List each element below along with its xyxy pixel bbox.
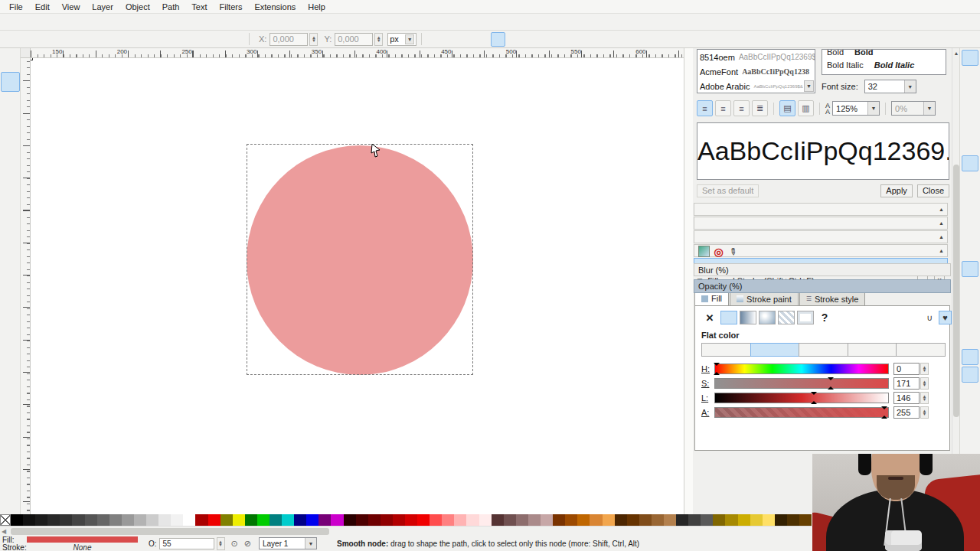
color-swatch[interactable] (516, 514, 528, 526)
hue-value-input[interactable]: 0 (893, 363, 920, 375)
menu-item[interactable]: Help (302, 1, 332, 13)
color-swatch[interactable] (97, 514, 109, 526)
menu-item[interactable]: Text (185, 1, 213, 13)
menu-item[interactable]: File (3, 1, 29, 13)
unknown-paint-button[interactable]: ? (816, 311, 833, 324)
y-coordinate-input[interactable]: 0,000 (335, 33, 373, 46)
close-button[interactable]: Close (917, 184, 949, 197)
color-mode-tab[interactable] (896, 343, 946, 357)
eyedropper-icon[interactable]: ✐ (725, 243, 741, 259)
color-swatch[interactable] (541, 514, 553, 526)
radial-center-icon[interactable]: ◎ (713, 246, 724, 257)
color-swatch[interactable] (35, 514, 47, 526)
color-mode-tab[interactable] (750, 343, 800, 357)
color-swatch[interactable] (134, 514, 146, 526)
color-swatch[interactable] (763, 514, 775, 526)
menu-item[interactable]: Extensions (248, 1, 302, 13)
hue-spinner[interactable]: ▲▼ (920, 363, 929, 375)
lightness-slider[interactable] (714, 393, 889, 403)
color-swatch[interactable] (85, 514, 97, 526)
color-swatch[interactable] (701, 514, 713, 526)
fill-color-swatch[interactable] (27, 536, 138, 543)
panel-header[interactable]: ▲ (694, 217, 948, 230)
color-swatch[interactable] (23, 514, 35, 526)
tab-stroke-style[interactable]: ☰ Stroke style (799, 292, 866, 305)
align-left-button[interactable]: ≡ (697, 100, 713, 116)
color-swatch[interactable] (109, 514, 122, 526)
alpha-slider[interactable] (714, 407, 889, 418)
alpha-spinner[interactable]: ▲▼ (920, 406, 929, 419)
align-right-button[interactable]: ≡ (733, 100, 750, 116)
font-list-item[interactable]: AcmeFont AaBbCcIiPpQq1238 (697, 64, 815, 79)
color-swatch[interactable] (652, 514, 664, 526)
color-swatch[interactable] (60, 514, 72, 526)
vertical-text-button[interactable]: ▥ (798, 100, 814, 116)
layer-select[interactable]: Layer 1 ▼ (259, 537, 317, 549)
color-swatch[interactable] (393, 514, 405, 526)
fill-stroke-indicator[interactable]: Fill: Stroke: None (2, 536, 138, 551)
saturation-value-input[interactable]: 171 (893, 377, 920, 390)
color-swatch[interactable] (664, 514, 676, 526)
swatch-button[interactable] (797, 311, 814, 324)
set-as-default-button[interactable]: Set as default (697, 184, 759, 197)
lightness-spinner[interactable]: ▲▼ (920, 392, 929, 404)
color-swatch[interactable] (11, 514, 23, 526)
canvas[interactable] (31, 58, 684, 515)
edit-gradient-icon[interactable] (698, 246, 710, 257)
color-swatch[interactable] (799, 514, 812, 526)
color-swatch[interactable] (257, 514, 270, 526)
color-swatch[interactable] (158, 514, 171, 526)
color-swatch[interactable] (528, 514, 541, 526)
color-swatch[interactable] (294, 514, 306, 526)
menu-item[interactable]: Filters (214, 1, 249, 13)
color-swatch[interactable] (146, 514, 158, 526)
menu-item[interactable]: Layer (86, 1, 119, 13)
color-swatch[interactable] (72, 514, 84, 526)
font-family-list[interactable]: 8514oem AaBbCcIIPpQq12369$ AcmeFont AaBb… (697, 49, 815, 93)
y-spinner[interactable]: ▲▼ (374, 33, 383, 46)
scroll-left-icon[interactable]: ◀ (2, 528, 6, 535)
opacity-expander[interactable]: Opacity (%) (694, 279, 951, 293)
color-swatch[interactable] (565, 514, 577, 526)
color-swatch[interactable] (725, 514, 737, 526)
color-swatch[interactable] (233, 514, 245, 526)
color-swatch[interactable] (282, 514, 294, 526)
collapse-icon[interactable]: ▲ (939, 234, 944, 240)
x-spinner[interactable]: ▲▼ (309, 33, 318, 46)
unit-select[interactable]: px▼ (387, 33, 416, 46)
pattern-button[interactable] (778, 311, 795, 324)
letter-spacing-select[interactable]: 0% ▼ (891, 101, 936, 116)
color-mode-tab[interactable] (799, 343, 848, 357)
color-swatch[interactable] (603, 514, 615, 526)
color-swatch[interactable] (615, 514, 627, 526)
color-swatch[interactable] (639, 514, 652, 526)
color-swatch[interactable] (750, 514, 763, 526)
collapse-icon[interactable]: ▲ (939, 248, 944, 253)
color-swatch[interactable] (195, 514, 207, 526)
color-swatch[interactable] (590, 514, 602, 526)
color-swatch[interactable] (331, 514, 343, 526)
color-swatch[interactable] (442, 514, 454, 526)
menu-item[interactable]: Object (119, 1, 156, 13)
color-swatch[interactable] (688, 514, 701, 526)
color-swatch[interactable] (676, 514, 688, 526)
color-swatch[interactable] (171, 514, 183, 526)
tab-stroke-paint[interactable]: Stroke paint (730, 292, 799, 305)
color-swatch[interactable] (738, 514, 750, 526)
menu-item[interactable]: View (56, 1, 87, 13)
align-justify-button[interactable]: ≣ (752, 100, 768, 116)
font-style-list[interactable]: Bold Bold Bold Italic Bold Italic (822, 49, 946, 75)
style-list-item[interactable]: Bold Bold (822, 49, 946, 58)
flat-color-button[interactable] (720, 311, 737, 324)
color-swatch[interactable] (183, 514, 195, 526)
color-swatch[interactable] (627, 514, 639, 526)
color-swatch[interactable] (208, 514, 220, 526)
canvas-hscrollbar[interactable]: ◀ (0, 526, 812, 536)
color-swatch[interactable] (787, 514, 799, 526)
font-list-item[interactable]: 8514oem AaBbCcIIPpQq12369$ (697, 50, 815, 64)
color-swatch[interactable] (220, 514, 233, 526)
lightness-value-input[interactable]: 146 (893, 392, 920, 404)
color-swatch[interactable] (492, 514, 504, 526)
path-node[interactable] (31, 58, 33, 60)
menu-item[interactable]: Path (156, 1, 186, 13)
